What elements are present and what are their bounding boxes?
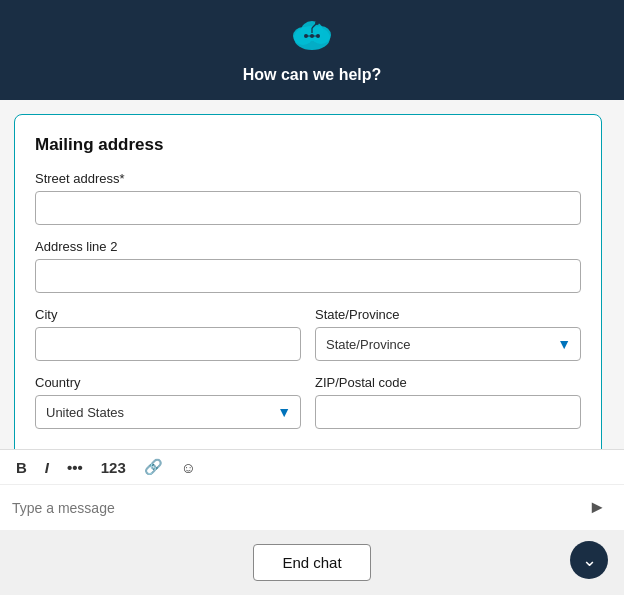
street-address-input[interactable] (35, 191, 581, 225)
bottom-area: End chat ⌄ (0, 530, 624, 595)
emoji-button[interactable]: ☺ (177, 457, 200, 478)
ordered-list-button[interactable]: 1​2​3 (97, 457, 130, 478)
address-line2-group: Address line 2 (35, 239, 581, 293)
address-line2-input[interactable] (35, 259, 581, 293)
link-icon: 🔗 (144, 458, 163, 476)
zip-label: ZIP/Postal code (315, 375, 581, 390)
end-chat-button[interactable]: End chat (253, 544, 370, 581)
cloud-chat-icon (286, 14, 338, 60)
formatting-toolbar: B I ••• 1​2​3 🔗 ☺ (0, 449, 624, 484)
svg-point-11 (315, 21, 319, 25)
italic-button[interactable]: I (41, 457, 53, 478)
city-group: City (35, 307, 301, 361)
country-zip-row: Country United States Canada United King… (35, 375, 581, 443)
state-province-label: State/Province (315, 307, 581, 322)
city-label: City (35, 307, 301, 322)
header-title: How can we help? (243, 66, 382, 84)
city-input[interactable] (35, 327, 301, 361)
zip-group: ZIP/Postal code (315, 375, 581, 429)
link-button[interactable]: 🔗 (140, 456, 167, 478)
country-select-wrap: United States Canada United Kingdom Aust… (35, 395, 301, 429)
italic-icon: I (45, 459, 49, 476)
state-province-select[interactable]: State/Province (315, 327, 581, 361)
state-province-group: State/Province State/Province ▼ (315, 307, 581, 361)
ordered-list-icon: 1​2​3 (101, 459, 126, 476)
country-label: Country (35, 375, 301, 390)
message-input-area: ► (0, 484, 624, 530)
scroll-down-button[interactable]: ⌄ (570, 541, 608, 579)
send-icon: ► (588, 497, 606, 517)
street-address-label: Street address* (35, 171, 581, 186)
zip-input[interactable] (315, 395, 581, 429)
city-state-row: City State/Province State/Province ▼ (35, 307, 581, 375)
address-line2-label: Address line 2 (35, 239, 581, 254)
message-input[interactable] (12, 500, 582, 516)
state-province-select-wrap: State/Province ▼ (315, 327, 581, 361)
chevron-down-icon: ⌄ (582, 549, 597, 571)
unordered-list-button[interactable]: ••• (63, 457, 87, 478)
street-address-group: Street address* (35, 171, 581, 225)
country-select[interactable]: United States Canada United Kingdom Aust… (35, 395, 301, 429)
emoji-icon: ☺ (181, 459, 196, 476)
bold-button[interactable]: B (12, 457, 31, 478)
send-button[interactable]: ► (582, 495, 612, 520)
country-group: Country United States Canada United King… (35, 375, 301, 429)
header: How can we help? (0, 0, 624, 100)
unordered-list-icon: ••• (67, 459, 83, 476)
chat-body: Mailing address Street address* Address … (0, 100, 624, 530)
mailing-address-card: Mailing address Street address* Address … (14, 114, 602, 449)
scroll-area[interactable]: Mailing address Street address* Address … (0, 100, 624, 449)
form-title: Mailing address (35, 135, 581, 155)
